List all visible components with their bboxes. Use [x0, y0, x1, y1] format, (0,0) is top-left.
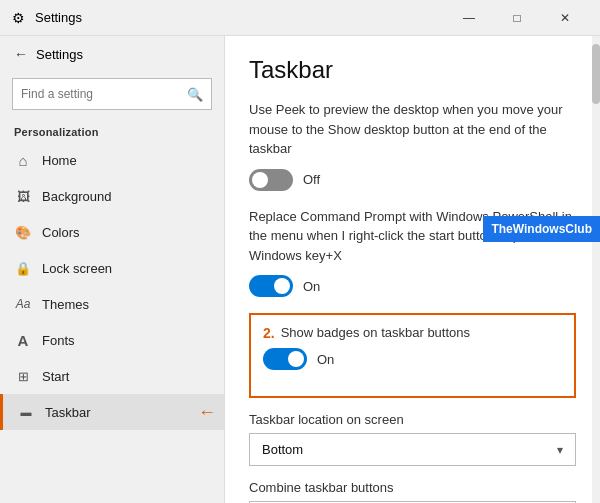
powershell-toggle-label: On	[303, 279, 320, 294]
page-title: Taskbar	[249, 56, 576, 84]
sidebar-item-taskbar[interactable]: ▬ Taskbar ←	[0, 394, 224, 430]
back-label: Settings	[36, 47, 83, 62]
location-dropdown[interactable]: Bottom ▾	[249, 433, 576, 466]
combine-label: Combine taskbar buttons	[249, 480, 576, 495]
taskbar-icon: ▬	[17, 403, 35, 421]
peek-description: Use Peek to preview the desktop when you…	[249, 100, 576, 159]
peek-toggle[interactable]	[249, 169, 293, 191]
maximize-button[interactable]: □	[494, 4, 540, 32]
sidebar-item-themes[interactable]: Aa Themes	[0, 286, 224, 322]
sidebar-item-background[interactable]: 🖼 Background	[0, 178, 224, 214]
title-bar: ⚙ Settings — □ ✕	[0, 0, 600, 36]
search-box[interactable]: 🔍	[12, 78, 212, 110]
badges-highlight-box: 2. Show badges on taskbar buttons On	[249, 313, 576, 398]
background-icon: 🖼	[14, 187, 32, 205]
sidebar: ← Settings 🔍 Personalization ⌂ Home 🖼 Ba…	[0, 36, 225, 503]
fonts-icon: A	[14, 331, 32, 349]
sidebar-item-background-label: Background	[42, 189, 111, 204]
badges-toggle-label: On	[317, 352, 334, 367]
themes-icon: Aa	[14, 295, 32, 313]
scrollbar-thumb[interactable]	[592, 44, 600, 104]
peek-toggle-row: Off	[249, 169, 576, 191]
peek-toggle-label: Off	[303, 172, 320, 187]
watermark-badge: TheWindowsClub	[483, 216, 600, 242]
location-label: Taskbar location on screen	[249, 412, 576, 427]
location-dropdown-value: Bottom	[262, 442, 303, 457]
sidebar-item-themes-label: Themes	[42, 297, 89, 312]
sidebar-item-fonts-label: Fonts	[42, 333, 75, 348]
powershell-toggle-row: On	[249, 275, 576, 297]
badges-toggle-knob	[288, 351, 304, 367]
peek-toggle-knob	[252, 172, 268, 188]
badges-toggle[interactable]	[263, 348, 307, 370]
sidebar-item-colors[interactable]: 🎨 Colors	[0, 214, 224, 250]
sidebar-item-home[interactable]: ⌂ Home	[0, 142, 224, 178]
sidebar-item-home-label: Home	[42, 153, 77, 168]
main-content: Taskbar Use Peek to preview the desktop …	[225, 36, 600, 503]
search-icon: 🔍	[187, 87, 203, 102]
colors-icon: 🎨	[14, 223, 32, 241]
step1-arrow-icon: ←	[198, 402, 216, 423]
back-arrow-icon: ←	[14, 46, 28, 62]
minimize-button[interactable]: —	[446, 4, 492, 32]
back-button[interactable]: ← Settings	[0, 36, 224, 72]
title-bar-left: ⚙ Settings	[12, 10, 82, 26]
powershell-toggle-knob	[274, 278, 290, 294]
badges-step-row: 2. Show badges on taskbar buttons	[263, 325, 562, 348]
lockscreen-icon: 🔒	[14, 259, 32, 277]
settings-icon: ⚙	[12, 10, 25, 26]
sidebar-item-start-label: Start	[42, 369, 69, 384]
title-bar-title: Settings	[35, 10, 82, 25]
home-icon: ⌂	[14, 151, 32, 169]
badges-toggle-row: On	[263, 348, 562, 370]
sidebar-item-colors-label: Colors	[42, 225, 80, 240]
sidebar-item-lockscreen-label: Lock screen	[42, 261, 112, 276]
search-input[interactable]	[21, 87, 187, 101]
close-button[interactable]: ✕	[542, 4, 588, 32]
sidebar-item-taskbar-label: Taskbar	[45, 405, 91, 420]
start-icon: ⊞	[14, 367, 32, 385]
powershell-toggle[interactable]	[249, 275, 293, 297]
title-bar-controls: — □ ✕	[446, 4, 588, 32]
app-body: ← Settings 🔍 Personalization ⌂ Home 🖼 Ba…	[0, 36, 600, 503]
step2-number: 2.	[263, 325, 275, 341]
sidebar-section-label: Personalization	[0, 118, 224, 142]
location-dropdown-arrow-icon: ▾	[557, 443, 563, 457]
scrollbar-track[interactable]	[592, 36, 600, 503]
sidebar-item-fonts[interactable]: A Fonts	[0, 322, 224, 358]
badges-label: Show badges on taskbar buttons	[281, 325, 470, 340]
sidebar-item-start[interactable]: ⊞ Start	[0, 358, 224, 394]
sidebar-item-lockscreen[interactable]: 🔒 Lock screen	[0, 250, 224, 286]
